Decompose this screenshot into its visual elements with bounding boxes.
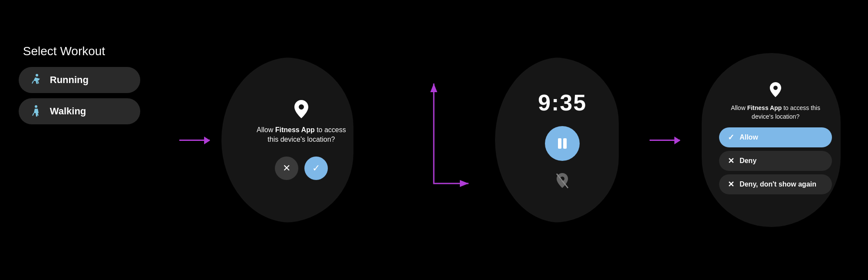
deny-x-icon: ✕	[728, 156, 734, 166]
walking-label: Walking	[50, 106, 86, 117]
deny-icon: ✕	[283, 163, 290, 174]
allow-checkmark-icon: ✓	[728, 133, 734, 142]
running-icon	[29, 73, 43, 87]
arrow1-line	[179, 140, 210, 141]
perm-list-pin-icon	[769, 82, 782, 100]
screen3-active: 9:35	[497, 44, 627, 236]
perm-pre: Allow	[257, 126, 275, 133]
arrow1	[177, 140, 212, 141]
pause-button[interactable]	[545, 126, 580, 161]
pause-icon	[555, 137, 569, 150]
svg-rect-9	[563, 138, 567, 149]
running-label: Running	[50, 74, 89, 86]
deny-button[interactable]: ✕	[275, 157, 298, 180]
deny-again-list-button[interactable]: ✕ Deny, don't show again	[719, 174, 832, 194]
permission-list-dialog: Allow Fitness App to access this device'…	[713, 75, 838, 204]
svg-point-0	[36, 74, 38, 77]
perm-list-pre: Allow	[731, 104, 747, 111]
workout-item-walking[interactable]: Walking	[19, 98, 140, 124]
arrow2-line	[650, 140, 680, 141]
svg-marker-6	[430, 83, 437, 92]
svg-line-4	[33, 113, 34, 116]
svg-point-3	[35, 105, 37, 108]
pin-icon	[769, 82, 782, 98]
time-display: 9:35	[538, 90, 587, 116]
permission-text: Allow Fitness App to access this device'…	[255, 125, 347, 145]
deny-again-list-label: Deny, don't show again	[739, 180, 816, 188]
deny-list-button[interactable]: ✕ Deny	[719, 151, 832, 171]
no-location-icon	[556, 173, 569, 190]
arrow2	[647, 140, 682, 141]
allow-button[interactable]: ✓	[304, 157, 328, 180]
perm-list-app: Fitness App	[747, 104, 782, 111]
location-pin-icon	[294, 100, 309, 120]
perm-app-name: Fitness App	[275, 126, 315, 133]
perm-list-text: Allow Fitness App to access this device'…	[721, 104, 830, 121]
svg-rect-8	[558, 138, 561, 149]
walking-icon	[29, 104, 43, 118]
screen4-permission-list: Allow Fitness App to access this device'…	[702, 44, 849, 236]
svg-marker-7	[460, 180, 469, 187]
svg-line-1	[32, 81, 33, 83]
l-connector	[390, 44, 477, 236]
allow-list-label: Allow	[739, 133, 758, 141]
main-container: Select Workout Running Walking	[0, 0, 868, 280]
deny-list-label: Deny	[739, 157, 756, 165]
deny-again-x-icon: ✕	[728, 180, 734, 189]
location-disabled-icon	[556, 173, 569, 189]
screen2-permission: Allow Fitness App to access this device'…	[232, 44, 371, 236]
screen1-title: Select Workout	[23, 44, 105, 58]
allow-list-button[interactable]: ✓ Allow	[719, 127, 832, 147]
svg-line-5	[37, 113, 38, 116]
workout-item-running[interactable]: Running	[19, 67, 140, 93]
allow-icon: ✓	[312, 163, 320, 174]
l-arrow-svg	[395, 79, 473, 210]
permission-dialog: Allow Fitness App to access this device'…	[245, 91, 358, 189]
workout-active-content: 9:35	[538, 90, 587, 190]
permission-buttons: ✕ ✓	[275, 157, 328, 180]
screen1-select-workout: Select Workout Running Walking	[19, 44, 158, 236]
